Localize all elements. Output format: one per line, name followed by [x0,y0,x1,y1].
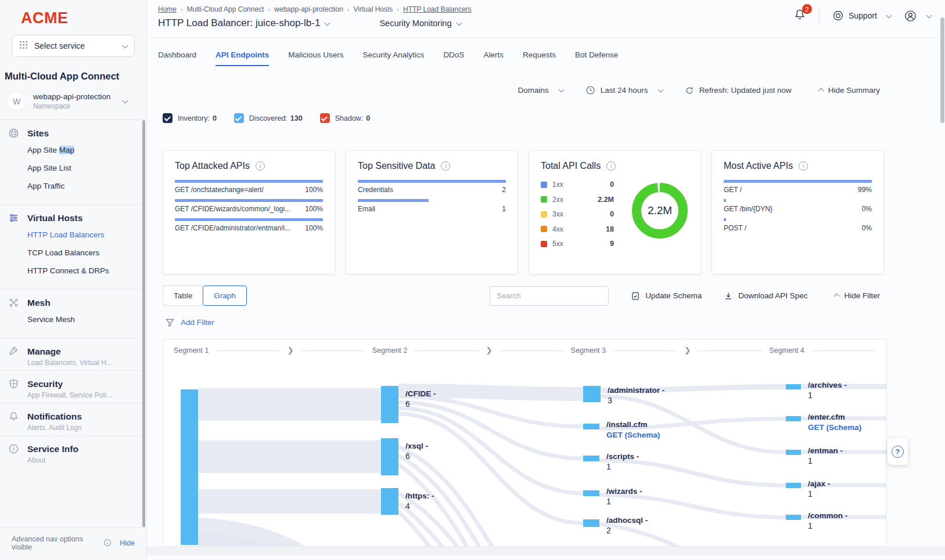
node-label[interactable]: /https: - [405,492,434,500]
sankey-node-administrator[interactable] [583,386,601,402]
metric-label: GET / [724,186,742,194]
sankey-node-common[interactable] [786,515,801,520]
checkbox-icon [163,113,173,123]
node-label[interactable]: /xsql - [405,442,428,450]
chevron-down-icon[interactable] [325,20,330,26]
total-api-calls-card: Total API Callsi 1xx02xx2.2M3xx04xx185xx… [529,150,701,274]
hide-filter-toggle[interactable]: Hide Filter [829,291,880,300]
help-button[interactable]: ? [887,438,908,465]
sidebar-item-service-mesh[interactable]: Service Mesh [7,310,139,328]
toggle-discovered[interactable]: Discovered:130 [234,113,303,123]
sankey-node-wizards[interactable] [583,490,599,496]
sidebar-group-service-info[interactable]: Service Info [7,443,139,454]
sankey-node-adhocsql[interactable] [583,519,599,527]
node-label[interactable]: /adhocsql - [606,516,648,525]
node-label[interactable]: /administrator - [608,386,664,395]
sankey-node-https[interactable] [381,488,398,515]
domains-dropdown[interactable]: Domains [518,86,563,95]
breadcrumb-item[interactable]: Home [158,5,177,13]
update-schema-button[interactable]: Update Schema [631,291,702,301]
node-label[interactable]: /scripts - [606,452,639,461]
sidebar-group-manage[interactable]: Manage [7,346,139,357]
sankey-node-cfide[interactable] [381,386,398,423]
tab-ddos[interactable]: DDoS [443,50,464,66]
tab-malicious-users[interactable]: Malicious Users [288,50,343,66]
node-label[interactable]: /wizards - [606,487,642,496]
sankey-node-ajax[interactable] [786,483,801,488]
group-title: Sites [27,128,49,139]
info-icon[interactable]: i [441,161,450,171]
node-label[interactable]: /CFIDE - [405,389,436,398]
legend-row: 1xx0 [541,180,614,189]
breadcrumb-item[interactable]: HTTP Load Balancers [403,5,472,13]
breadcrumb-item[interactable]: Multi-Cloud App Connect [187,5,264,13]
tab-security-analytics[interactable]: Security Analytics [363,50,425,66]
node-label[interactable]: /entman - [808,446,843,455]
node-label[interactable]: /common - [808,511,847,520]
toggle-shadow[interactable]: Shadow:0 [320,113,371,123]
info-icon[interactable]: i [606,161,616,171]
sidebar-item-tcp-load-balancers[interactable]: TCP Load Balancers [7,244,139,262]
tab-requests[interactable]: Requests [523,50,556,66]
info-icon[interactable]: i [256,161,265,171]
sankey-node-installcfm[interactable] [583,424,599,429]
legend-label: 3xx [552,210,563,218]
tab-alerts[interactable]: Alerts [483,50,504,66]
sidebar-scrollbar[interactable] [142,120,145,531]
sidebar-item-app-traffic[interactable]: App Traffic [7,177,139,195]
toggle-inventory[interactable]: Inventory:0 [163,113,217,123]
top-sensitive-data-card: Top Sensitive Datai Credentials2Email1 [346,150,518,274]
tab-dashboard[interactable]: Dashboard [158,50,196,66]
sidebar-group-security[interactable]: Security [7,378,139,389]
chevron-down-icon[interactable] [456,20,462,26]
time-range-dropdown[interactable]: Last 24 hours [585,85,663,95]
sankey-node-xsql[interactable] [381,438,398,475]
domains-label: Domains [518,86,549,95]
refresh-label: Refresh: Updated just now [699,86,792,95]
breadcrumb-item[interactable]: Virtual Hosts [354,5,393,13]
download-api-spec-button[interactable]: Download API Spec [724,291,807,301]
sidebar-group-mesh[interactable]: Mesh [7,297,139,308]
node-label[interactable]: /archives - [808,381,847,389]
sidebar-item-app-site-map[interactable]: App Site Map [7,141,139,159]
page-scrollbar[interactable] [940,17,944,123]
sidebar-item-app-site-list[interactable]: App Site List [7,159,139,177]
metric-bar [358,180,506,183]
tab-bot-defense[interactable]: Bot Defense [575,50,618,66]
tab-api-endpoints[interactable]: API Endpoints [215,50,269,66]
graph-view-button[interactable]: Graph [203,286,247,306]
account-menu[interactable] [904,9,931,23]
sidebar-group-notifications[interactable]: Notifications [7,411,139,422]
sidebar-group-sites[interactable]: Sites [7,128,139,139]
breadcrumb-separator: › [181,6,183,13]
sankey-node-scripts[interactable] [583,456,599,461]
node-label[interactable]: /install.cfm [606,420,648,429]
sankey-node-entercfm[interactable] [786,416,801,421]
namespace-selector[interactable]: W webapp-api-protection Namespace [7,92,142,111]
node-schema-link[interactable]: GET (Schema) [606,431,660,439]
add-filter-button[interactable]: Add Filter [165,317,945,327]
info-icon[interactable]: i [799,161,808,171]
select-service-dropdown[interactable]: Select service [12,35,135,57]
table-view-button[interactable]: Table [163,286,203,306]
node-schema-link[interactable]: GET (Schema) [808,423,861,432]
support-menu[interactable]: Support [832,10,891,21]
node-label[interactable]: /ajax - [808,479,830,488]
search-input[interactable] [490,286,609,306]
sankey-node-entman[interactable] [786,450,801,455]
card-title: Top Attacked APIs [175,161,250,171]
sidebar-item-http-connect-drps[interactable]: HTTP Connect & DRPs [7,262,139,280]
notifications-bell[interactable]: 2 [793,8,806,23]
node-label[interactable]: /enter.cfm [808,413,845,421]
sankey-node-archives[interactable] [786,384,801,389]
sankey-node[interactable] [181,389,198,545]
hide-advanced-nav-link[interactable]: Hide [120,539,135,547]
sidebar-group-virtual-hosts[interactable]: Virtual Hosts [7,212,139,223]
security-monitoring-selector[interactable]: Security Monitoring [379,19,451,28]
hide-summary-toggle[interactable]: Hide Summary [814,86,880,95]
toggle-label: Discovered: [249,114,288,122]
legend-value: 18 [606,225,614,233]
breadcrumb-item[interactable]: webapp-api-protection [274,5,343,13]
refresh-button[interactable]: Refresh: Updated just now [685,86,792,95]
sidebar-item-http-load-balancers[interactable]: HTTP Load Balancers [7,226,139,244]
